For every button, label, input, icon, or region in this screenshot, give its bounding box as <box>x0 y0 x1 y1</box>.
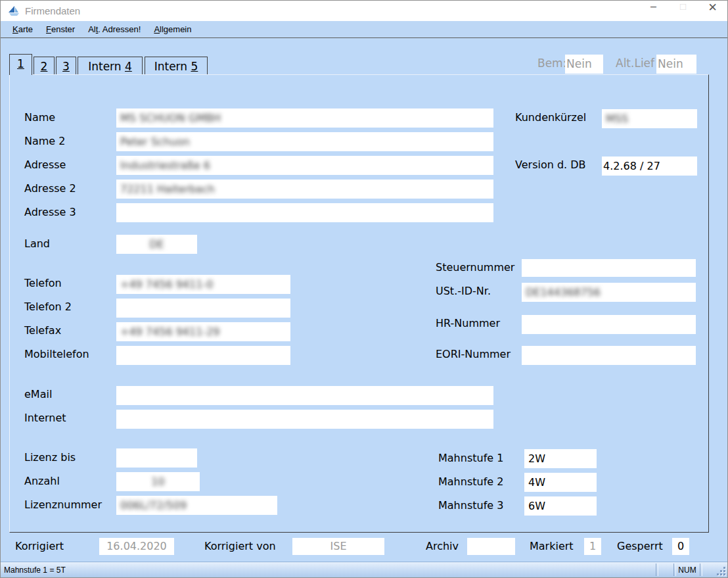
markiert-field[interactable]: 1 <box>584 538 601 555</box>
name2-label: Name 2 <box>24 135 65 147</box>
telefon-label: Telefon <box>24 277 62 289</box>
ustid-input[interactable]: DE144368756 <box>522 283 696 302</box>
internet-label: Internet <box>24 412 66 424</box>
ustid-value-redacted: DE144368756 <box>526 286 601 299</box>
menu-karte[interactable]: Karte <box>6 24 39 34</box>
telefax-input[interactable]: +49 7456 9411-29 <box>116 322 290 341</box>
tab-intern-4[interactable]: Intern 4 <box>78 57 143 74</box>
mobiltelefon-label: Mobiltelefon <box>24 348 89 360</box>
status-separator <box>656 564 658 576</box>
anzahl-label: Anzahl <box>24 475 60 487</box>
telefax-label: Telefax <box>24 324 61 337</box>
status-separator <box>700 564 702 576</box>
adresse2-input[interactable]: 72211 Haiterbach <box>116 180 493 199</box>
adresse3-input[interactable] <box>116 203 493 222</box>
version-db-label: Version d. DB <box>515 158 586 171</box>
mahnstufe3-input[interactable]: 6W <box>524 496 597 516</box>
minimize-button[interactable]: – <box>639 1 668 21</box>
ustid-label: USt.-ID-Nr. <box>436 285 491 297</box>
bem-field[interactable]: Nein <box>565 55 603 74</box>
adresse-label: Adresse <box>24 158 66 171</box>
name2-input[interactable]: Peter Schuon <box>116 132 493 151</box>
land-input[interactable]: DE <box>116 235 197 254</box>
adresse2-value-redacted: 72211 Haiterbach <box>120 183 215 195</box>
name-label: Name <box>24 111 55 124</box>
steuernummer-label: Steuernummer <box>436 261 514 274</box>
menu-alt-adressen[interactable]: Alt. Adressen! <box>81 24 147 34</box>
altlief-field[interactable]: Nein <box>656 55 696 74</box>
mahnstufe2-input[interactable]: 4W <box>524 473 597 492</box>
gesperrt-field[interactable]: 0 <box>672 538 689 555</box>
close-button[interactable]: ✕ <box>698 1 727 21</box>
mahnstufe2-label: Mahnstufe 2 <box>438 475 503 488</box>
internet-input[interactable] <box>116 410 493 429</box>
name-value-redacted: MS SCHUON GMBH <box>120 112 221 124</box>
tab-3[interactable]: 3 <box>56 57 76 74</box>
mobiltelefon-input[interactable] <box>116 346 290 365</box>
archiv-field[interactable] <box>467 538 515 555</box>
tab-2[interactable]: 2 <box>34 57 55 74</box>
telefon2-label: Telefon 2 <box>24 301 72 313</box>
steuernummer-input[interactable] <box>522 259 696 277</box>
kundenkuerzel-value-redacted: MSS <box>606 112 628 125</box>
hr-nummer-label: HR-Nummer <box>436 317 500 329</box>
eori-nummer-label: EORI-Nummer <box>436 348 511 360</box>
korrigiert-von-label: Korrigiert von <box>204 540 276 552</box>
titlebar: Firmendaten – □ ✕ <box>1 1 727 21</box>
lizenz-bis-label: Lizenz bis <box>24 451 76 464</box>
menu-fenster[interactable]: Fenster <box>39 24 81 34</box>
hr-nummer-input[interactable] <box>522 315 696 334</box>
num-lock-indicator: NUM <box>675 566 700 575</box>
status-message: Mahnstufe 1 = 5T <box>4 566 66 575</box>
maximize-button[interactable]: □ <box>668 1 698 21</box>
markiert-label: Markiert <box>530 540 574 552</box>
korrigiert-field: 16.04.2020 <box>99 538 174 555</box>
adresse-value-redacted: Industriestraße 6 <box>120 159 210 172</box>
resize-grip[interactable] <box>717 567 725 575</box>
tab-1-active[interactable]: 1 <box>9 54 32 75</box>
telefon-value-redacted: +49 7456 9411-0 <box>120 278 213 291</box>
app-sailboat-icon <box>8 5 20 16</box>
tab-intern-5[interactable]: Intern 5 <box>145 57 208 74</box>
gesperrt-label: Gesperrt <box>617 540 663 552</box>
anzahl-input[interactable]: 10 <box>116 472 200 491</box>
mahnstufe3-label: Mahnstufe 3 <box>438 499 503 512</box>
land-label: Land <box>24 237 50 250</box>
menu-allgemein[interactable]: Allgemein <box>147 24 198 34</box>
bem-label: Bem: <box>537 57 566 70</box>
firmendaten-window: Firmendaten – □ ✕ Karte Fenster Alt. Adr… <box>0 0 728 578</box>
window-title: Firmendaten <box>25 5 80 16</box>
telefax-value-redacted: +49 7456 9411-29 <box>120 325 220 338</box>
name2-value-redacted: Peter Schuon <box>120 135 190 148</box>
lizenz-bis-input[interactable] <box>116 448 197 468</box>
altlief-label: Alt.Lief <box>616 57 654 70</box>
korrigiert-label: Korrigiert <box>15 540 64 552</box>
kundenkuerzel-input[interactable]: MSS <box>602 109 697 128</box>
mahnstufe1-label: Mahnstufe 1 <box>438 452 503 464</box>
archiv-label: Archiv <box>426 540 459 552</box>
adresse-input[interactable]: Industriestraße 6 <box>116 156 493 175</box>
land-value-redacted: DE <box>149 238 164 251</box>
email-input[interactable] <box>116 386 493 405</box>
lizenznummer-input[interactable]: 006L/72/509 <box>116 496 277 515</box>
lizenznummer-value-redacted: 006L/72/509 <box>120 499 187 512</box>
telefon-input[interactable]: +49 7456 9411-0 <box>116 275 290 294</box>
kundenkuerzel-label: Kundenkürzel <box>515 111 586 124</box>
mahnstufe1-input[interactable]: 2W <box>524 449 597 468</box>
version-db-field[interactable]: 4.2.68 / 27 <box>602 157 697 176</box>
anzahl-value-redacted: 10 <box>151 475 164 488</box>
name-input[interactable]: MS SCHUON GMBH <box>116 108 493 128</box>
adresse2-label: Adresse 2 <box>24 182 76 195</box>
korrigiert-von-field: ISE <box>292 538 384 555</box>
status-bar: Mahnstufe 1 = 5T NUM <box>1 562 727 577</box>
telefon2-input[interactable] <box>116 299 290 318</box>
eori-nummer-input[interactable] <box>522 346 696 365</box>
adresse3-label: Adresse 3 <box>24 206 76 218</box>
lizenznummer-label: Lizenznummer <box>24 498 102 511</box>
email-label: eMail <box>24 388 52 400</box>
menu-bar: Karte Fenster Alt. Adressen! Allgemein <box>1 21 727 38</box>
